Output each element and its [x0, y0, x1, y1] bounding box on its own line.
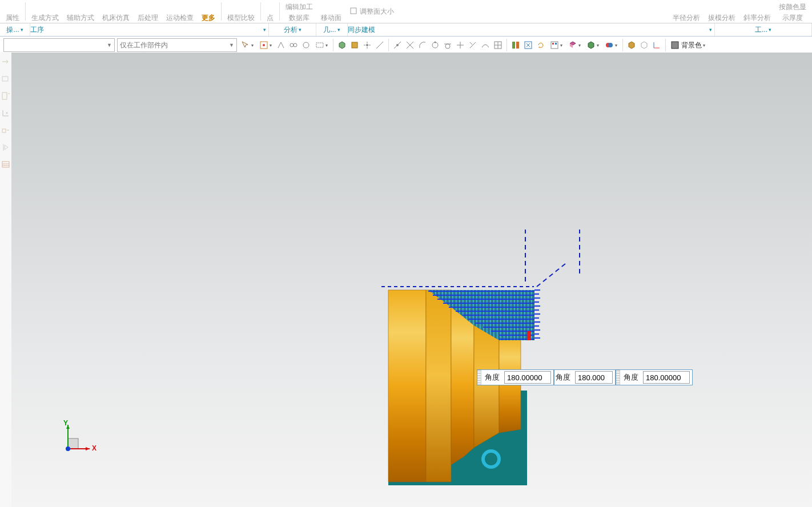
- left-tool-palette: x: [0, 53, 12, 507]
- snap-cross-icon[interactable]: [455, 40, 465, 50]
- svg-line-9: [376, 42, 383, 49]
- svg-rect-36: [2, 77, 8, 81]
- ribbon-cmd-radius-analysis[interactable]: 半径分析: [669, 0, 704, 23]
- palette-tool-2[interactable]: [1, 73, 10, 84]
- svg-point-4: [294, 43, 297, 47]
- snap-intersect-icon[interactable]: [405, 40, 415, 50]
- triad-y-label: Y: [63, 419, 68, 427]
- section-tools[interactable]: 工...▾: [715, 23, 812, 36]
- cube-icon[interactable]: [337, 40, 347, 50]
- box-select-icon[interactable]: [301, 40, 311, 50]
- angle-input-3[interactable]: [643, 371, 690, 384]
- ribbon-cmd-model-compare[interactable]: 模型比较: [224, 0, 258, 23]
- poly-select-icon[interactable]: [276, 40, 286, 50]
- ribbon-cmd-resize-face[interactable]: 调整面大小: [346, 0, 397, 23]
- ribbon-cmd-aux[interactable]: 辅助方式: [63, 0, 98, 23]
- ribbon-cmd-draft-analysis[interactable]: 拔模分析: [705, 0, 739, 23]
- snap-arc-center-icon[interactable]: [417, 40, 428, 50]
- wcs-icon[interactable]: [652, 40, 662, 50]
- rect-select-icon[interactable]: ▾: [313, 39, 329, 51]
- angle-input-2[interactable]: [575, 371, 613, 384]
- ribbon-section-labels: 操...▾ 工序▾ 分析▾ 几...▾ 同步建模▾ 工...▾: [0, 23, 812, 37]
- snap-point-icon[interactable]: [362, 40, 372, 50]
- svg-rect-30: [555, 43, 557, 45]
- cad-model: [377, 230, 582, 492]
- svg-rect-26: [516, 42, 519, 49]
- ribbon-cmd-point[interactable]: 点: [263, 0, 277, 23]
- separator: [507, 39, 507, 51]
- ribbon-cmd-more[interactable]: 更多: [198, 0, 219, 23]
- snap-mid-icon[interactable]: [392, 40, 403, 50]
- scope-filter-combo[interactable]: 仅在工作部件内▼: [117, 38, 237, 52]
- view-triad: Y X: [60, 421, 100, 456]
- highlight-icon[interactable]: ▾: [258, 39, 274, 51]
- palette-tool-1[interactable]: [1, 56, 10, 67]
- ribbon-cmd-move-face[interactable]: 移动面: [317, 0, 345, 23]
- ribbon-cmd-slope-analysis[interactable]: 斜率分析: [740, 0, 774, 23]
- clip-plane-icon[interactable]: ▾: [566, 39, 582, 51]
- toggle-select-icon[interactable]: ▾: [239, 39, 255, 51]
- chain-icon[interactable]: [288, 40, 299, 50]
- palette-tool-3[interactable]: [1, 90, 10, 102]
- angle-input-1[interactable]: [504, 371, 551, 384]
- svg-point-2: [263, 44, 265, 46]
- snap-perp-icon[interactable]: [468, 40, 478, 50]
- svg-rect-25: [512, 42, 515, 49]
- palette-tool-7[interactable]: [1, 159, 10, 170]
- section-geometry[interactable]: 几...▾: [316, 23, 348, 36]
- ribbon-cmd-postprocess[interactable]: 后处理: [134, 0, 162, 23]
- section-sync-modeling[interactable]: 同步建模▾: [348, 23, 715, 36]
- snap-on-curve-icon[interactable]: [480, 40, 491, 50]
- drag-grip-icon[interactable]: [616, 370, 620, 385]
- view-fit-icon[interactable]: [523, 40, 533, 50]
- block-icon[interactable]: [349, 40, 360, 50]
- section-process[interactable]: 工序▾: [30, 23, 269, 36]
- graphics-viewport[interactable]: YM ZM 角度 角度 角度 Y X: [11, 53, 812, 507]
- snap-tangent-icon[interactable]: [443, 40, 453, 50]
- angle-box-1[interactable]: 角度: [477, 369, 554, 385]
- svg-rect-84: [527, 331, 530, 340]
- unblank-icon[interactable]: [639, 40, 649, 50]
- angle-box-3[interactable]: 角度: [616, 369, 693, 385]
- svg-rect-55: [388, 290, 426, 482]
- svg-rect-35: [672, 42, 678, 49]
- ribbon-cmd-generate[interactable]: 生成方式: [28, 0, 62, 23]
- background-color-button[interactable]: 背景色 ▾: [669, 39, 707, 51]
- view-layout-icon[interactable]: [510, 40, 521, 50]
- blank-icon[interactable]: [626, 40, 637, 50]
- ribbon-cmd-machine-sim[interactable]: 机床仿真: [99, 0, 133, 23]
- svg-point-16: [445, 44, 450, 49]
- palette-tool-4[interactable]: x: [1, 107, 10, 119]
- section-analyze[interactable]: 分析▾: [269, 23, 316, 36]
- refresh-icon[interactable]: [536, 40, 546, 50]
- snap-grid-icon[interactable]: [493, 40, 503, 50]
- angle-box-2[interactable]: 角度: [554, 369, 616, 385]
- svg-point-3: [290, 43, 294, 47]
- snap-quadrant-icon[interactable]: [430, 40, 440, 50]
- palette-tool-5[interactable]: [1, 124, 10, 136]
- svg-point-90: [66, 446, 70, 451]
- ribbon-cmd-edit-machining[interactable]: 编辑加工 数据库: [282, 0, 316, 23]
- svg-rect-28: [551, 42, 558, 49]
- ribbon-cmd-motion-check[interactable]: 运动检查: [163, 0, 197, 23]
- svg-point-32: [608, 43, 613, 47]
- palette-tool-6[interactable]: [1, 142, 10, 153]
- drag-grip-icon[interactable]: [477, 370, 481, 385]
- separator: [221, 2, 222, 21]
- display-mode-icon[interactable]: ▾: [603, 39, 619, 51]
- ribbon-commands-row: 属性 生成方式 辅助方式 机床仿真 后处理 运动检查 更多 模型比较 点 编辑加…: [0, 0, 812, 23]
- type-filter-combo[interactable]: ▼: [3, 38, 115, 52]
- snap-end-icon[interactable]: [375, 40, 385, 50]
- ribbon-cmd-properties[interactable]: 属性: [2, 0, 23, 23]
- layer-settings-icon[interactable]: ▾: [548, 39, 564, 51]
- angle-label: 角度: [554, 372, 574, 383]
- separator: [25, 2, 26, 21]
- svg-rect-42: [2, 129, 6, 132]
- svg-point-5: [303, 42, 309, 48]
- section-operations[interactable]: 操...▾: [0, 23, 30, 36]
- ribbon-cmd-color-thickness[interactable]: 按颜色显 示厚度: [775, 0, 810, 23]
- render-style-icon[interactable]: ▾: [585, 39, 601, 51]
- separator: [279, 2, 280, 21]
- svg-rect-6: [316, 43, 323, 47]
- svg-line-53: [537, 264, 565, 287]
